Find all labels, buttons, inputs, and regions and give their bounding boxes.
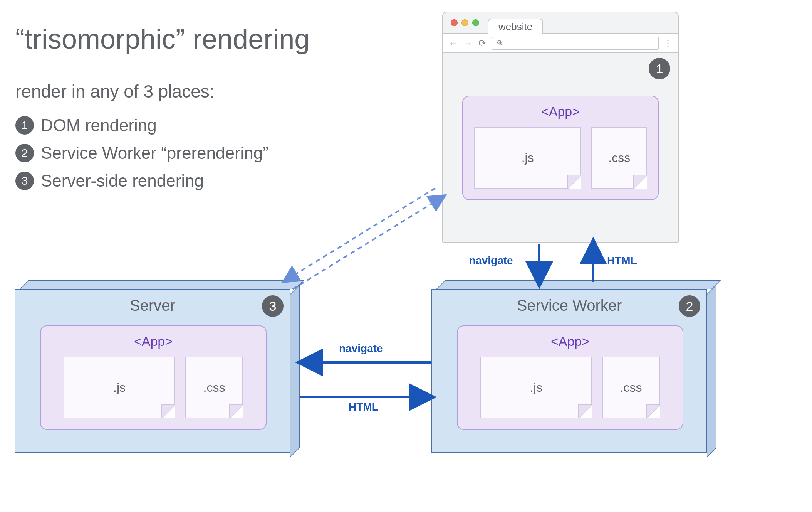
page-fold-icon xyxy=(646,404,660,418)
server-box-side xyxy=(290,285,300,457)
sw-file-row: .js .css xyxy=(468,357,672,418)
bullet-list: 1 DOM rendering 2 Service Worker “preren… xyxy=(15,116,268,199)
bullet-text-3: Server-side rendering xyxy=(41,171,204,190)
page-fold-icon xyxy=(229,404,243,418)
refresh-icon: ⟳ xyxy=(477,38,488,49)
forward-icon: → xyxy=(462,38,473,49)
browser-viewport: 1 <App> .js .css xyxy=(443,53,678,242)
back-icon: ← xyxy=(448,38,458,49)
arrow-server-browser-dashed xyxy=(281,185,451,293)
file-js-label: .js xyxy=(530,381,542,395)
svg-line-5 xyxy=(285,188,435,281)
sw-app-card: <App> .js .css xyxy=(457,325,683,430)
file-css-label: .css xyxy=(620,381,642,395)
page-fold-icon xyxy=(633,175,647,189)
server-box-top xyxy=(19,280,304,289)
browser-file-js: .js xyxy=(474,127,581,189)
traffic-lights xyxy=(448,12,479,33)
server-file-row: .js .css xyxy=(52,357,255,418)
url-bar: ← → ⟳ 🔍︎ ⋮ xyxy=(443,33,678,53)
sw-title: Service Worker xyxy=(432,290,706,318)
sw-badge: 2 xyxy=(679,295,700,317)
arrow-label-html-right: HTML xyxy=(349,401,379,413)
server-title: Server xyxy=(15,290,290,318)
file-js-label: .js xyxy=(522,151,534,165)
browser-file-row: .js .css xyxy=(474,127,647,189)
url-input: 🔍︎ xyxy=(492,37,659,50)
search-icon: 🔍︎ xyxy=(496,39,504,48)
file-css-label: .css xyxy=(203,381,225,395)
sw-box-side xyxy=(707,285,716,457)
arrow-browser-to-sw xyxy=(520,244,559,286)
arrow-label-navigate-left: navigate xyxy=(339,342,383,355)
bullet-number-3: 3 xyxy=(15,172,34,190)
server-app-label: <App> xyxy=(52,334,255,349)
sw-file-js: .js xyxy=(480,357,592,418)
server-file-css: .css xyxy=(185,357,243,418)
browser-file-css: .css xyxy=(591,127,647,189)
sw-app-label: <App> xyxy=(468,334,672,349)
bullet-number-1: 1 xyxy=(15,116,34,135)
arrow-sw-to-server xyxy=(300,355,431,370)
minimize-icon xyxy=(461,19,468,26)
sw-file-css: .css xyxy=(602,357,660,418)
page-fold-icon xyxy=(578,404,592,418)
file-js-label: .js xyxy=(113,381,126,395)
browser-window: website ← → ⟳ 🔍︎ ⋮ 1 <App> .js .css xyxy=(442,12,679,243)
menu-icon: ⋮ xyxy=(663,38,673,49)
diagram-subtitle: render in any of 3 places: xyxy=(15,81,215,102)
browser-app-label: <App> xyxy=(474,104,647,119)
page-fold-icon xyxy=(161,404,175,418)
file-css-label: .css xyxy=(608,151,630,165)
service-worker-box: Service Worker 2 <App> .js .css xyxy=(431,289,707,453)
bullet-text-2: Service Worker “prerendering” xyxy=(41,143,268,163)
server-box: Server 3 <App> .js .css xyxy=(15,289,290,453)
browser-tab: website xyxy=(488,19,543,34)
bullet-item-2: 2 Service Worker “prerendering” xyxy=(15,143,268,163)
browser-badge: 1 xyxy=(649,58,670,79)
bullet-text-1: DOM rendering xyxy=(41,116,157,135)
page-fold-icon xyxy=(567,175,581,189)
arrow-sw-to-browser xyxy=(574,244,612,286)
arrow-label-html-up: HTML xyxy=(607,254,637,267)
server-app-card: <App> .js .css xyxy=(40,325,267,430)
server-badge: 3 xyxy=(262,295,284,317)
svg-line-4 xyxy=(293,197,443,289)
browser-app-card: <App> .js .css xyxy=(462,96,659,200)
server-file-js: .js xyxy=(64,357,175,418)
sw-box-face: Service Worker 2 <App> .js .css xyxy=(431,289,707,453)
close-icon xyxy=(451,19,458,26)
bullet-number-2: 2 xyxy=(15,144,34,162)
bullet-item-1: 1 DOM rendering xyxy=(15,116,268,135)
bullet-item-3: 3 Server-side rendering xyxy=(15,171,268,190)
server-box-face: Server 3 <App> .js .css xyxy=(15,289,290,453)
maximize-icon xyxy=(472,19,479,26)
browser-tab-bar: website xyxy=(443,12,678,33)
diagram-title: “trisomorphic” rendering xyxy=(15,23,310,55)
arrow-label-navigate-down: navigate xyxy=(469,254,513,267)
